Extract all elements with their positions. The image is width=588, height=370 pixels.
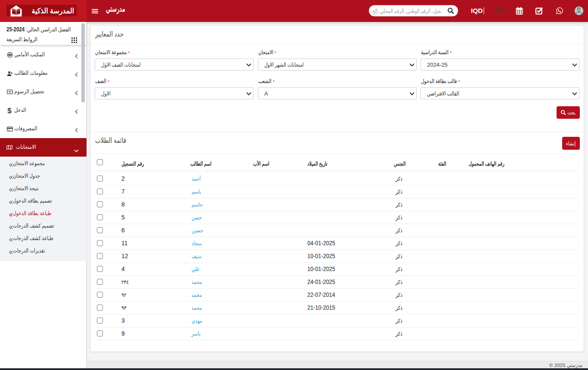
- svg-text:$: $: [7, 107, 12, 114]
- svg-text:0: 0: [9, 91, 10, 93]
